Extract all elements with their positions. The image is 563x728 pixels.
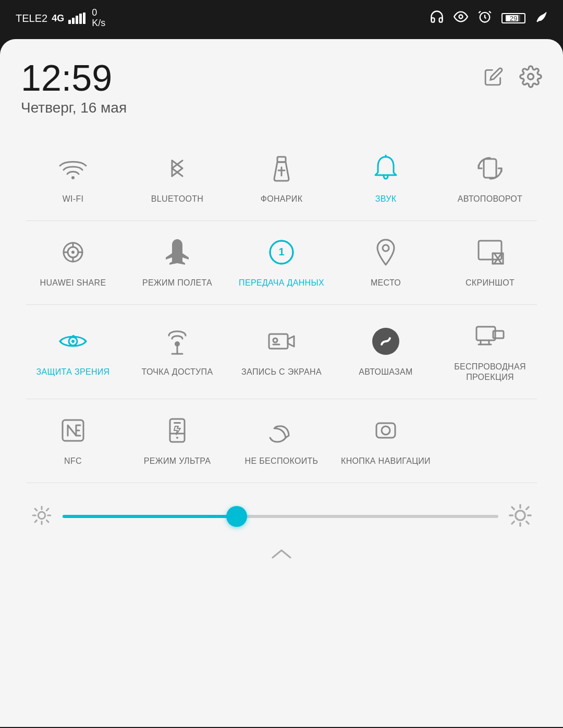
panel-header: 12:59 Четверг, 16 мая bbox=[21, 60, 542, 116]
brightness-slider[interactable] bbox=[63, 515, 498, 518]
chevron-up-icon[interactable] bbox=[268, 545, 295, 566]
toggle-grid-row1: Wi-Fi Bluetooth bbox=[21, 137, 542, 215]
svg-line-63 bbox=[527, 522, 529, 524]
svg-point-45 bbox=[176, 437, 178, 439]
eye-protect-icon bbox=[55, 323, 91, 360]
svg-text:1: 1 bbox=[278, 246, 284, 257]
signal-bars bbox=[68, 13, 85, 24]
status-left: TELE2 4G 0K/s bbox=[16, 8, 105, 29]
svg-rect-44 bbox=[174, 422, 181, 424]
dnd-icon bbox=[263, 412, 300, 449]
toggle-flashlight[interactable]: Фонарик bbox=[229, 137, 334, 215]
toggle-sound[interactable]: Звук bbox=[334, 137, 438, 215]
toggle-nav-button[interactable]: Кнопка навигации bbox=[334, 399, 438, 477]
row-divider-4 bbox=[26, 483, 537, 483]
svg-rect-19 bbox=[479, 241, 501, 260]
svg-line-64 bbox=[512, 522, 514, 524]
toggle-nfc[interactable]: NFC bbox=[21, 399, 125, 477]
svg-point-0 bbox=[459, 15, 463, 19]
battery-label: 29 bbox=[510, 15, 517, 22]
huawei-share-icon bbox=[55, 234, 91, 270]
toggle-hotspot[interactable]: Точка доступа bbox=[125, 305, 229, 394]
edit-button[interactable] bbox=[484, 67, 504, 91]
flashlight-icon bbox=[263, 150, 300, 187]
svg-point-10 bbox=[71, 251, 75, 254]
bluetooth-icon bbox=[159, 150, 195, 187]
airplane-icon bbox=[159, 234, 195, 270]
svg-point-47 bbox=[382, 426, 390, 435]
svg-point-33 bbox=[273, 338, 277, 342]
svg-line-55 bbox=[35, 520, 37, 522]
autoshazam-icon bbox=[368, 323, 404, 360]
svg-line-54 bbox=[46, 520, 48, 522]
bluetooth-label: Bluetooth bbox=[151, 194, 203, 205]
toggle-ultra-mode[interactable]: Режим Ультра bbox=[125, 399, 229, 477]
toggle-wireless-proj[interactable]: Беспроводная проекция bbox=[438, 305, 542, 394]
alarm-icon bbox=[478, 9, 492, 27]
toggle-screenshot[interactable]: Скриншот bbox=[438, 221, 542, 299]
toggle-data-transfer[interactable]: 1 Передача данных bbox=[229, 221, 334, 299]
time-display: 12:59 bbox=[21, 60, 127, 96]
nav-button-label: Кнопка навигации bbox=[341, 456, 431, 467]
svg-line-56 bbox=[46, 509, 48, 511]
svg-point-27 bbox=[71, 340, 75, 343]
svg-line-53 bbox=[35, 509, 37, 511]
svg-point-48 bbox=[38, 512, 45, 519]
huawei-share-label: Huawei Share bbox=[40, 278, 106, 289]
toggle-autorotate[interactable]: Автоповорот bbox=[438, 137, 542, 215]
brightness-min-icon bbox=[31, 505, 52, 528]
screenshot-label: Скриншот bbox=[466, 278, 515, 289]
wireless-proj-label: Беспроводная проекция bbox=[443, 362, 537, 384]
flashlight-label: Фонарик bbox=[261, 194, 303, 205]
autoshazam-label: Автошазам bbox=[359, 367, 412, 378]
network-type: 4G bbox=[52, 13, 64, 24]
toggle-autoshazam[interactable]: Автошазам bbox=[334, 305, 438, 394]
svg-line-65 bbox=[527, 507, 529, 509]
hotspot-label: Точка доступа bbox=[142, 367, 213, 378]
leaf-icon bbox=[535, 10, 547, 26]
toggle-huawei-share[interactable]: Huawei Share bbox=[21, 221, 125, 299]
main-panel: 12:59 Четверг, 16 мая bbox=[0, 39, 563, 727]
brightness-row bbox=[21, 493, 542, 534]
autorotate-icon bbox=[472, 150, 508, 187]
operator-label: TELE2 bbox=[16, 13, 47, 24]
dnd-label: Не беспокоить bbox=[245, 456, 319, 467]
screen-record-label: Запись с экрана bbox=[241, 367, 322, 378]
wifi-label: Wi-Fi bbox=[63, 194, 84, 205]
status-right: 29 bbox=[430, 9, 547, 27]
toggle-eye-protect[interactable]: Защита зрения bbox=[21, 305, 125, 394]
sound-label: Звук bbox=[375, 194, 397, 205]
toggle-grid-row2: Huawei Share Режим полета 1 Передача д bbox=[21, 221, 542, 299]
svg-point-57 bbox=[516, 511, 525, 520]
toggle-grid-row4: NFC Режим Ультра bbox=[21, 399, 542, 477]
svg-rect-31 bbox=[269, 334, 288, 349]
svg-point-2 bbox=[528, 74, 534, 80]
toggle-airplane[interactable]: Режим полета bbox=[125, 221, 229, 299]
eye-status-icon bbox=[454, 9, 468, 27]
eye-protect-label: Защита зрения bbox=[36, 367, 110, 378]
wireless-proj-icon bbox=[472, 318, 508, 354]
screenshot-icon bbox=[472, 234, 508, 270]
settings-button[interactable] bbox=[519, 65, 542, 93]
airplane-label: Режим полета bbox=[142, 278, 212, 289]
time-section: 12:59 Четверг, 16 мая bbox=[21, 60, 127, 116]
brightness-thumb[interactable] bbox=[226, 506, 247, 527]
battery-indicator: 29 bbox=[501, 13, 525, 23]
toggle-dnd[interactable]: Не беспокоить bbox=[229, 399, 334, 477]
toggle-location[interactable]: Место bbox=[334, 221, 438, 299]
brightness-track-filled bbox=[63, 515, 237, 518]
bell-icon bbox=[368, 150, 404, 187]
toggle-bluetooth[interactable]: Bluetooth bbox=[125, 137, 229, 215]
brightness-max-icon bbox=[509, 504, 532, 529]
chevron-row[interactable] bbox=[21, 534, 542, 572]
date-display: Четверг, 16 мая bbox=[21, 100, 127, 116]
autorotate-label: Автоповорот bbox=[458, 194, 522, 205]
ultra-mode-icon bbox=[159, 412, 195, 449]
data-speed: 0K/s bbox=[92, 8, 105, 29]
data-transfer-label: Передача данных bbox=[239, 278, 324, 289]
svg-point-3 bbox=[71, 176, 75, 179]
svg-marker-32 bbox=[288, 336, 294, 347]
nfc-icon bbox=[55, 412, 91, 449]
toggle-screen-record[interactable]: Запись с экрана bbox=[229, 305, 334, 394]
toggle-wifi[interactable]: Wi-Fi bbox=[21, 137, 125, 215]
